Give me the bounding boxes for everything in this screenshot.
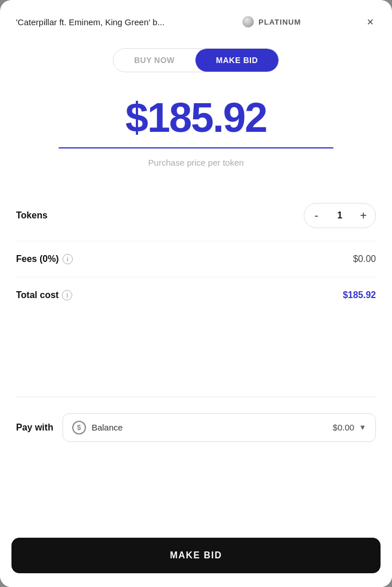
separator [16,397,376,397]
platinum-circle-icon [242,16,254,28]
pay-dropdown-left: $ Balance [72,421,123,435]
tab-buy-now[interactable]: BUY NOW [113,49,195,72]
pay-with-dropdown[interactable]: $ Balance $0.00 ▼ [62,413,376,442]
total-cost-label: Total cost i [16,290,72,300]
total-cost-row: Total cost i $185.92 [16,277,376,313]
modal-title: 'Caterpillar ft. Eminem, King Green' b..… [16,17,188,27]
balance-icon: $ [72,421,86,435]
decrement-button[interactable]: - [304,204,328,228]
total-cost-value: $185.92 [343,290,376,300]
modal-container: 'Caterpillar ft. Eminem, King Green' b..… [0,0,392,587]
fees-value: $0.00 [353,254,376,264]
tokens-row: Tokens - 1 + [16,190,376,241]
price-section: $185.92 Purchase price per token [0,84,392,185]
fees-row: Fees (0%) i $0.00 [16,241,376,277]
increment-button[interactable]: + [351,204,375,228]
modal-header: 'Caterpillar ft. Eminem, King Green' b..… [0,0,392,39]
price-amount: $185.92 [126,95,266,140]
tab-make-bid[interactable]: MAKE BID [195,49,279,72]
make-bid-button[interactable]: MAKE BID [11,538,381,573]
price-underline [58,147,334,148]
tab-container: BUY NOW MAKE BID [113,48,279,72]
make-bid-footer: MAKE BID [0,529,392,587]
token-value: 1 [328,210,351,221]
platinum-badge: PLATINUM [258,18,301,26]
tokens-label: Tokens [16,210,48,221]
tab-row: BUY NOW MAKE BID [0,39,392,84]
balance-right: $0.00 ▼ [333,422,366,432]
chevron-down-icon: ▼ [359,423,366,432]
pay-with-label: Pay with [16,422,53,433]
balance-label: Balance [92,422,123,432]
pay-with-row: Pay with $ Balance $0.00 ▼ [0,402,392,456]
details-section: Tokens - 1 + Fees (0%) i $0.00 Total cos… [0,185,392,392]
token-stepper: - 1 + [304,203,376,228]
spacer [0,456,392,529]
total-cost-info-icon[interactable]: i [62,290,72,300]
fees-label: Fees (0%) i [16,254,73,264]
fees-info-icon[interactable]: i [62,254,73,264]
badge-area: PLATINUM [242,16,301,28]
close-button[interactable]: × [364,14,376,30]
balance-amount: $0.00 [333,422,355,432]
price-label: Purchase price per token [148,158,244,167]
